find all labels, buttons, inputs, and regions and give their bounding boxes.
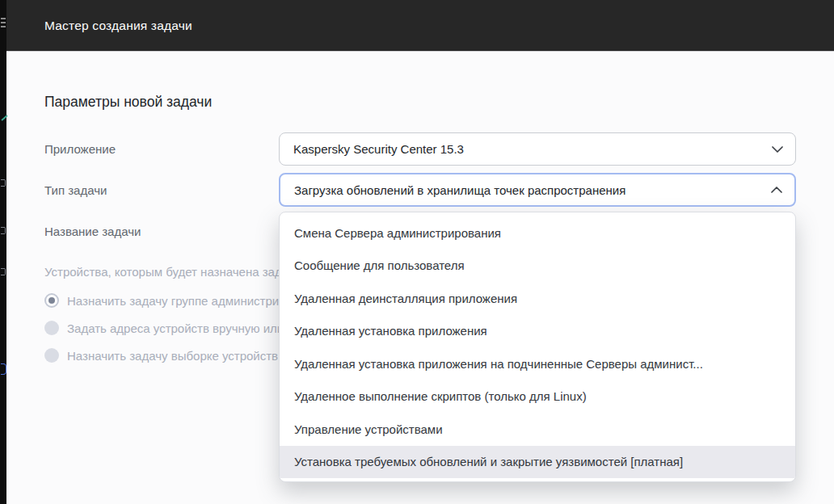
users-icon xyxy=(1,227,6,234)
dropdown-item[interactable]: Удаленная установка приложения на подчин… xyxy=(280,347,795,380)
application-select[interactable]: Kaspersky Security Center 15.3 xyxy=(279,132,796,166)
wizard-body: Параметры новой задачи Приложение Kasper… xyxy=(6,52,834,504)
wizard-header: Мастер создания задачи xyxy=(6,0,834,52)
dropdown-item[interactable]: Управление устройствами xyxy=(280,413,795,446)
operations-icon xyxy=(1,268,6,275)
application-select-value: Kaspersky Security Center 15.3 xyxy=(280,142,772,156)
radio-icon xyxy=(44,293,59,308)
task-name-label: Название задачи xyxy=(44,225,141,238)
menu-icon xyxy=(1,18,6,30)
radio-icon xyxy=(44,321,59,335)
task-type-select[interactable]: Загрузка обновлений в хранилища точек ра… xyxy=(279,173,796,207)
sidebar-edge xyxy=(0,0,6,504)
radio-label: Назначить задачу выборке устройств xyxy=(67,349,278,363)
dropdown-item[interactable]: Смена Сервера администрирования xyxy=(280,216,795,250)
radio-device-selection[interactable]: Назначить задачу выборке устройств xyxy=(44,348,278,363)
dropdown-item[interactable]: Удаленная деинсталляция приложения xyxy=(280,282,795,315)
active-section-icon xyxy=(1,363,6,375)
dropdown-item[interactable]: Установка требуемых обновлений и закрыти… xyxy=(280,446,795,479)
chevron-up-icon xyxy=(771,187,782,193)
task-type-label: Тип задачи xyxy=(44,183,107,197)
task-type-dropdown-list: Смена Сервера администрирования Сообщени… xyxy=(279,212,796,482)
dropdown-item[interactable]: Удаленная установка приложения xyxy=(280,315,795,348)
page-title: Параметры новой задачи xyxy=(44,94,212,111)
dropdown-item[interactable]: Удаленное выполнение скриптов (только дл… xyxy=(280,380,795,414)
application-label: Приложение xyxy=(44,142,116,156)
radio-icon xyxy=(44,348,59,363)
wizard-title: Мастер создания задачи xyxy=(44,19,192,33)
devices-label: Устройства, которым будет назначена зада… xyxy=(44,265,301,279)
task-type-select-value: Загрузка обновлений в хранилища точек ра… xyxy=(280,183,771,197)
dropdown-item[interactable]: Сообщение для пользователя xyxy=(280,250,795,283)
chevron-down-icon xyxy=(772,146,783,153)
devices-icon xyxy=(1,179,6,187)
